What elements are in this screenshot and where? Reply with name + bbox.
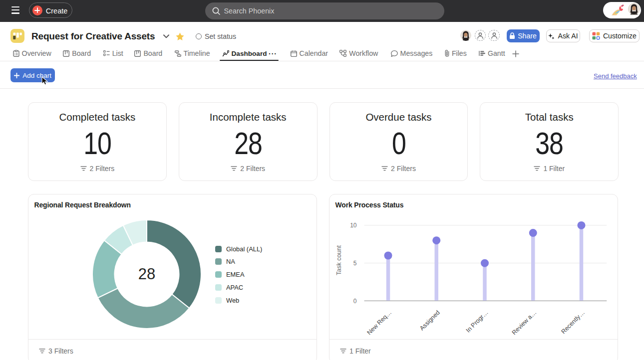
svg-text:0: 0 — [353, 298, 357, 305]
svg-text:New Req…: New Req… — [365, 309, 393, 337]
svg-text:Task count: Task count — [335, 245, 342, 275]
svg-text:Recently…: Recently… — [560, 309, 586, 336]
svg-text:5: 5 — [353, 260, 357, 267]
svg-text:Review a…: Review a… — [511, 309, 538, 337]
svg-text:Assigned: Assigned — [418, 309, 441, 332]
svg-text:10: 10 — [350, 222, 357, 229]
svg-text:In Progr…: In Progr… — [465, 309, 490, 334]
